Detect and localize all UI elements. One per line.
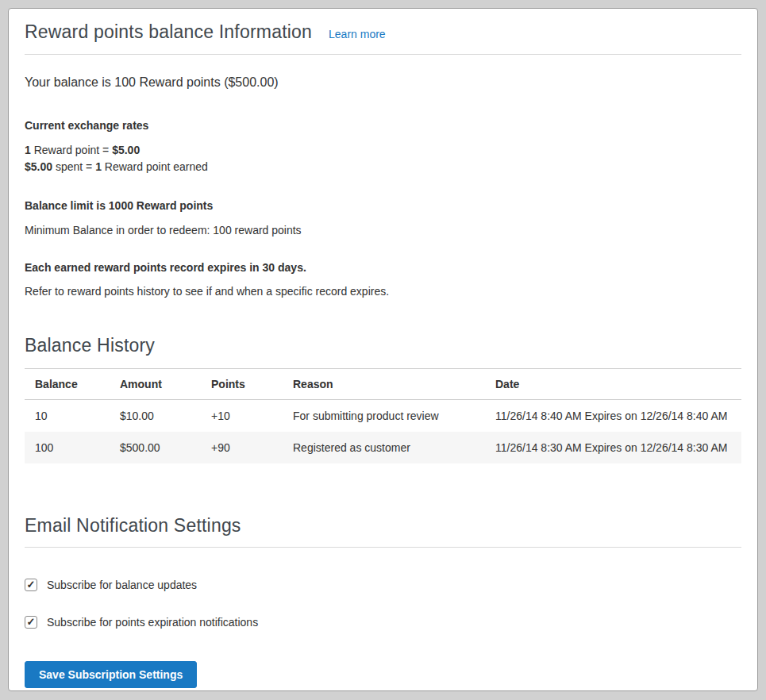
reward-info-card: Reward points balance Information Learn …	[8, 8, 758, 691]
table-row: 100 $500.00 +90 Registered as customer 1…	[25, 432, 741, 463]
save-subscription-button[interactable]: Save Subscription Settings	[25, 661, 197, 688]
balance-updates-checkbox[interactable]	[25, 579, 37, 591]
cell-reason: For submitting product review	[283, 400, 485, 433]
balance-limit-text: Balance limit is 1000 Reward points	[25, 199, 741, 212]
expiration-notifications-checkbox[interactable]	[25, 616, 37, 629]
column-header-reason: Reason	[283, 369, 485, 400]
subscribe-balance-updates-row[interactable]: Subscribe for balance updates	[25, 579, 741, 591]
balance-history-heading: Balance History	[25, 335, 741, 356]
checkbox-label: Subscribe for points expiration notifica…	[47, 616, 258, 629]
expiry-rule-text: Each earned reward points record expires…	[25, 261, 741, 274]
table-header-row: Balance Amount Points Reason Date	[25, 369, 741, 400]
page-header: Reward points balance Information Learn …	[25, 21, 741, 43]
cell-balance: 10	[25, 400, 110, 433]
cell-date: 11/26/14 8:30 AM Expires on 12/26/14 8:3…	[485, 432, 741, 463]
cell-reason: Registered as customer	[283, 432, 485, 463]
cell-points: +10	[201, 400, 283, 433]
cell-amount: $10.00	[110, 400, 201, 433]
table-row: 10 $10.00 +10 For submitting product rev…	[25, 400, 741, 433]
column-header-amount: Amount	[110, 369, 201, 400]
expiry-note-text: Refer to reward points history to see if…	[25, 285, 741, 298]
header-divider	[25, 54, 741, 55]
cell-balance: 100	[25, 432, 110, 463]
email-notification-heading: Email Notification Settings	[25, 515, 741, 537]
column-header-points: Points	[201, 369, 283, 400]
column-header-balance: Balance	[25, 369, 110, 400]
email-section-divider	[25, 547, 741, 548]
learn-more-link[interactable]: Learn more	[329, 28, 386, 40]
cell-points: +90	[201, 432, 283, 463]
checkbox-label: Subscribe for balance updates	[47, 579, 197, 591]
page-title: Reward points balance Information	[25, 21, 312, 43]
balance-summary: Your balance is 100 Reward points ($500.…	[25, 75, 741, 90]
cell-date: 11/26/14 8:40 AM Expires on 12/26/14 8:4…	[485, 400, 741, 433]
rate-line-2: $5.00 spent = 1 Reward point earned	[25, 159, 741, 175]
rate-line-1: 1 Reward point = $5.00	[25, 142, 741, 159]
balance-history-table: Balance Amount Points Reason Date 10 $10…	[25, 368, 741, 463]
subscribe-expiration-notifications-row[interactable]: Subscribe for points expiration notifica…	[25, 616, 741, 629]
exchange-rate-lines: 1 Reward point = $5.00 $5.00 spent = 1 R…	[25, 142, 741, 175]
cell-amount: $500.00	[110, 432, 201, 463]
exchange-rates-heading: Current exchange rates	[25, 119, 741, 132]
minimum-balance-text: Minimum Balance in order to redeem: 100 …	[25, 224, 741, 237]
column-header-date: Date	[485, 369, 741, 400]
